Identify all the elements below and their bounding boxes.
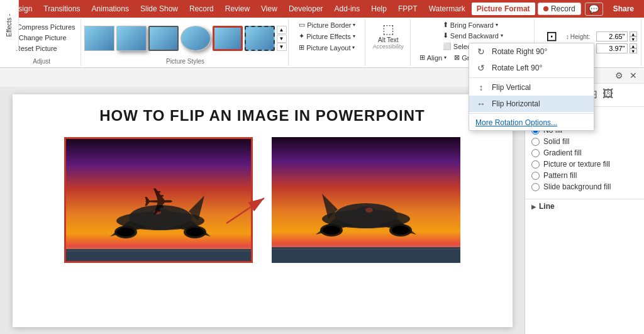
panel-picture-icon[interactable]: 🖼 [602,87,614,103]
right-image-container [272,137,460,263]
picture-style-6[interactable] [245,26,275,51]
styles-more-button[interactable]: ▼ [277,43,287,51]
height-up[interactable]: ▲ [630,31,637,36]
picture-styles-content: ▲ ▼ ▼ [84,20,287,57]
picture-styles-label: Picture Styles [166,57,204,65]
selection-pane-icon: ⬜ [443,42,452,50]
picture-style-3[interactable] [148,26,179,51]
align-arrow: ▾ [444,55,447,60]
svg-line-15 [226,198,264,223]
pattern-fill-radio[interactable] [531,172,540,180]
rotate-right-item[interactable]: ↻ Rotate Right 90° [469,43,594,60]
effects-icon: ✦ [299,32,304,40]
rotate-right-icon: ↻ [475,47,487,57]
flip-horizontal-item[interactable]: ↔ Flip Horizontal [469,96,594,112]
record-button[interactable]: Record [538,3,581,15]
picture-style-1[interactable] [84,26,114,51]
picture-texture-radio[interactable] [531,160,540,169]
tab-picture-format[interactable]: Picture Format [472,3,535,15]
tab-help[interactable]: Help [366,3,392,15]
compress-label: Compress Pictures [17,23,75,31]
tab-review[interactable]: Review [220,3,255,15]
width-down[interactable]: ▼ [630,48,637,53]
flip-vertical-item[interactable]: ↕ Flip Vertical [469,79,594,96]
height-row: ↕ Height: ▲ ▼ [566,31,637,42]
solid-fill-radio[interactable] [531,138,540,146]
picture-styles-nav: ▲ ▼ ▼ [277,26,287,51]
picture-style-4[interactable] [180,26,211,51]
rotate-left-item[interactable]: ↺ Rotate Left 90° [469,60,594,76]
tab-animations[interactable]: Animations [87,3,134,15]
group-icon: ⊠ [454,53,460,62]
picture-border-button[interactable]: ▭ Picture Border ▾ [296,20,358,30]
height-input[interactable] [596,31,628,42]
tab-watermark[interactable]: Watermark [424,3,470,15]
tab-addins[interactable]: Add-ins [330,3,365,15]
svg-point-8 [117,228,135,237]
width-up[interactable]: ▲ [630,43,637,48]
slide-bg-label: Slide background fill [543,182,611,191]
adjust-group-label: Adjust [33,57,50,65]
accessibility-group: ⬚ Alt Text Accessibility [367,19,411,66]
share-button[interactable]: Share [607,3,640,15]
bring-forward-label: Bring Forward [450,21,494,29]
align-button[interactable]: ⊞ Align ▾ [417,51,449,64]
height-spin: ▲ ▼ [630,31,637,42]
solid-fill-option[interactable]: Solid fill [531,137,638,146]
picture-effects-button[interactable]: ✦ Picture Effects ▾ [296,31,358,41]
gradient-fill-radio[interactable] [531,149,540,157]
reset-label: Reset Picture [16,45,57,52]
picture-layout-button[interactable]: ⊞ Picture Layout ▾ [296,43,357,52]
styles-down-button[interactable]: ▼ [277,35,287,43]
slide-bg-fill-option[interactable]: Slide background fill [531,182,638,191]
tab-view[interactable]: View [256,3,282,15]
record-label: Record [551,4,575,13]
line-section-header[interactable]: ▶ Line [531,202,638,211]
panel-settings-button[interactable]: ⚙ [613,70,625,81]
alt-text-sublabel: Accessibility [373,43,404,50]
comment-button[interactable]: 💬 [585,3,603,16]
effects-label: Picture Effects [306,33,351,40]
change-pic-label: Change Picture [19,34,67,42]
slide-bg-radio[interactable] [531,183,540,191]
tab-fppt[interactable]: FPPT [393,3,423,15]
more-rotation-options-link[interactable]: More Rotation Options... [469,115,594,130]
solid-fill-label: Solid fill [543,137,569,146]
layout-icon: ⊞ [299,43,304,52]
tab-record[interactable]: Record [184,3,219,15]
left-effects-strip: Effects - [0,18,19,50]
height-down[interactable]: ▼ [630,36,637,42]
pattern-fill-option[interactable]: Pattern fill [531,171,638,180]
menu-bar: Design Transitions Animations Slide Show… [0,0,644,18]
picture-style-5[interactable] [213,26,243,51]
picture-styles-gallery [84,26,275,51]
panel-close-button[interactable]: ✕ [628,70,639,81]
send-backward-icon: ⬇ [443,31,448,40]
picture-styles-group: ▲ ▼ ▼ Picture Styles [82,19,289,66]
picture-style-2[interactable] [116,26,147,51]
picture-texture-label: Picture or texture fill [543,160,610,169]
gradient-fill-option[interactable]: Gradient fill [531,148,638,157]
effects-arrow: ▾ [353,33,355,39]
rotate-dropdown: ↻ Rotate Right 90° ↺ Rotate Left 90° ↕ F… [469,43,594,131]
picture-format-content: ▭ Picture Border ▾ ✦ Picture Effects ▾ ⊞… [296,20,358,65]
flip-horizontal-icon: ↔ [475,99,487,109]
svg-point-11 [151,208,170,218]
tab-developer[interactable]: Developer [284,3,328,15]
bring-forward-button[interactable]: ⬆ Bring Forward ▾ [440,20,501,30]
border-icon: ▭ [299,21,305,29]
tab-slideshow[interactable]: Slide Show [135,3,183,15]
bring-forward-icon: ⬆ [443,21,448,29]
alt-text-button[interactable]: ⬚ Alt Text Accessibility [370,20,406,51]
right-image-svg [272,137,460,263]
tab-transitions[interactable]: Transitions [38,3,85,15]
right-image[interactable] [272,137,460,263]
effects-label: Effects - [6,18,13,36]
styles-up-button[interactable]: ▲ [277,26,287,34]
send-backward-arrow: ▾ [501,33,503,38]
height-label: ↕ Height: [566,33,594,40]
send-backward-button[interactable]: ⬇ Send Backward ▾ [440,31,506,40]
width-input[interactable] [596,43,628,53]
picture-texture-fill-option[interactable]: Picture or texture fill [531,160,638,169]
panel-controls: ⚙ ✕ [613,70,639,81]
